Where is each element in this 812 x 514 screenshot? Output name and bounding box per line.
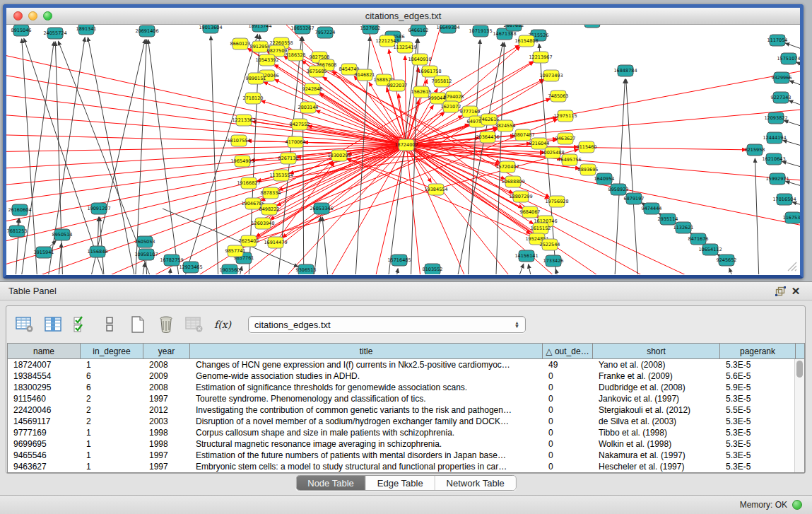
graph-node[interactable]: 8427552 — [290, 119, 310, 130]
graph-node[interactable]: 9245652 — [717, 255, 737, 266]
table-row[interactable]: 2242004622012Investigating the contribut… — [8, 404, 804, 416]
window-titlebar[interactable]: citations_edges.txt — [6, 8, 800, 25]
graph-node[interactable]: 1156848 — [88, 246, 108, 257]
graph-node[interactable]: 9227343 — [771, 92, 792, 103]
graph-node[interactable]: 3915941 — [34, 247, 54, 258]
graph-node[interactable]: 9146821 — [355, 69, 375, 81]
graph-node[interactable]: 8878334 — [261, 187, 281, 199]
graph-node[interactable]: 7485063 — [548, 90, 569, 102]
graph-node[interactable]: 8186328 — [286, 49, 306, 61]
table-scrollbar[interactable] — [794, 359, 804, 473]
graph-node[interactable]: 9474444 — [642, 203, 662, 214]
graph-node[interactable]: 1621072 — [441, 101, 461, 112]
graph-node[interactable]: 2803144 — [298, 102, 319, 113]
memory-status-icon[interactable] — [792, 500, 802, 510]
graph-node[interactable]: 8915046 — [11, 25, 32, 36]
delete-columns-icon[interactable] — [156, 315, 176, 334]
function-builder-icon[interactable]: f(x) — [213, 315, 233, 334]
table-row[interactable]: 1456911722003Disruption of a novel membe… — [8, 416, 804, 427]
graph-node[interactable]: 16914479 — [264, 237, 287, 248]
graph-node[interactable]: 12213363 — [232, 115, 255, 126]
graph-node[interactable]: 26160604 — [8, 204, 31, 216]
graph-node[interactable]: 8893695 — [578, 164, 599, 175]
close-panel-icon[interactable]: ✕ — [788, 284, 804, 298]
close-window-icon[interactable] — [13, 11, 23, 21]
table-row[interactable]: 969969511998Structural magnetic resonanc… — [8, 438, 804, 450]
graph-node[interactable]: 14156141 — [514, 250, 538, 262]
graph-node[interactable]: 19013604 — [199, 25, 222, 33]
graph-node[interactable]: 9463627 — [555, 133, 576, 144]
graph-node[interactable]: 1733426 — [543, 255, 564, 267]
graph-node[interactable]: 10719135 — [469, 25, 492, 37]
graph-node[interactable]: 3824554 — [495, 120, 516, 132]
column-header-pagerank[interactable]: pagerank — [720, 344, 796, 358]
graph-node[interactable]: 8103552 — [423, 264, 443, 274]
graph-node[interactable]: 18640910 — [408, 54, 431, 65]
graph-node[interactable]: 7957224 — [315, 27, 336, 38]
graph-node[interactable]: 9306513 — [296, 264, 317, 274]
graph-node[interactable]: 16210643 — [762, 153, 785, 165]
table-selector-dropdown[interactable]: citations_edges.txt ▲▼ — [248, 316, 526, 333]
graph-node[interactable]: 8267130 — [278, 153, 299, 164]
scrollbar-thumb[interactable] — [796, 361, 803, 378]
table-row[interactable]: 1938455462009Genome-wide association stu… — [8, 370, 804, 382]
graph-node[interactable]: 8813054 — [582, 25, 603, 28]
column-header-out_de[interactable]: △ out_de… — [543, 344, 593, 358]
graph-node[interactable]: 16495756 — [558, 154, 581, 165]
graph-node[interactable]: 1117054 — [767, 35, 788, 46]
show-columns-icon[interactable] — [43, 315, 63, 334]
resize-grip-icon[interactable] — [787, 261, 798, 272]
graph-node[interactable]: 11353554 — [269, 170, 293, 181]
float-panel-icon[interactable] — [772, 284, 788, 298]
graph-node[interactable]: 20691406 — [135, 25, 158, 37]
graph-node[interactable]: 12975115 — [553, 110, 577, 122]
graph-node[interactable]: 19654903 — [230, 156, 254, 167]
graph-node[interactable]: 2935114 — [658, 214, 678, 225]
graph-node[interactable]: 24055724 — [43, 28, 66, 39]
graph-node[interactable]: 1132621 — [673, 222, 694, 233]
graph-node[interactable]: 15751074 — [777, 53, 800, 64]
table-settings-icon[interactable] — [15, 315, 35, 334]
graph-node[interactable]: 1891341 — [76, 25, 97, 35]
graph-node[interactable]: 19166827 — [237, 177, 260, 189]
graph-node[interactable]: 10958107 — [134, 249, 158, 260]
graph-node[interactable]: 12093822 — [764, 112, 787, 124]
graph-node[interactable]: 1903560 — [220, 264, 240, 274]
graph-node[interactable]: 12213967 — [529, 52, 552, 63]
delete-table-icon[interactable] — [184, 315, 204, 334]
graph-node[interactable]: 9684067 — [520, 206, 541, 218]
zoom-window-icon[interactable] — [43, 11, 52, 21]
tab-edge-table[interactable]: Edge Table — [366, 476, 435, 490]
graph-node[interactable]: 2718120 — [243, 93, 264, 104]
graph-node[interactable]: 2605053 — [135, 236, 155, 247]
graph-node[interactable]: 10807487 — [511, 129, 534, 141]
graph-node[interactable]: 6466162 — [408, 25, 429, 36]
graph-node[interactable]: 19756928 — [545, 196, 568, 207]
graph-node[interactable]: 9329966 — [772, 72, 792, 83]
graph-node[interactable]: 4170064 — [286, 136, 306, 148]
graph-node[interactable]: 9890151 — [246, 73, 266, 84]
graph-node[interactable]: 12923465 — [179, 262, 202, 273]
column-header-in_degree[interactable]: in_degree — [81, 344, 143, 358]
column-header-short[interactable]: short — [593, 344, 720, 358]
graph-node[interactable]: 8471676 — [688, 233, 709, 245]
graph-node[interactable]: 1167531 — [783, 212, 800, 223]
network-canvas[interactable]: 8915046240557241891341206914061901360418… — [6, 25, 800, 274]
graph-node[interactable]: 10654112 — [698, 244, 722, 255]
tab-network-table[interactable]: Network Table — [435, 476, 516, 490]
column-header-name[interactable]: name — [8, 344, 81, 358]
graph-node[interactable]: 1640954 — [594, 173, 615, 185]
graph-node[interactable]: 10688809 — [501, 176, 524, 187]
graph-node[interactable]: 15992971 — [765, 173, 789, 185]
graph-node[interactable]: 18913744 — [248, 25, 271, 32]
graph-node[interactable]: 1615152 — [531, 223, 551, 234]
select-columns-icon[interactable] — [71, 315, 91, 334]
graph-node[interactable]: 9857741 — [225, 245, 246, 257]
graph-node[interactable]: 18107554 — [227, 135, 250, 146]
graph-node[interactable]: 1527602 — [360, 25, 381, 34]
graph-node[interactable]: 8958923 — [608, 184, 629, 195]
column-header-title[interactable]: title — [190, 344, 543, 358]
graph-node[interactable]: 6879197 — [624, 193, 645, 204]
table-row[interactable]: 911546021997Tourette syndrome. Phenomeno… — [8, 393, 804, 404]
table-row[interactable]: 946362711997Embryonic stem cells: a mode… — [8, 461, 804, 472]
